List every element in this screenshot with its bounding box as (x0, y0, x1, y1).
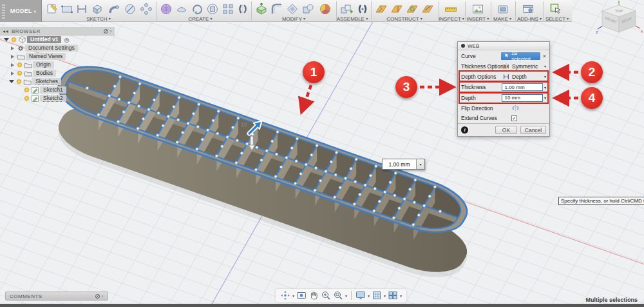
sketch-pattern-icon[interactable] (139, 2, 153, 16)
look-at-icon[interactable] (296, 290, 307, 301)
group-label-insert[interactable]: INSERT ▾ (467, 16, 489, 22)
form-icon[interactable] (159, 2, 173, 16)
collapse-icon[interactable]: ◂◂ (3, 28, 8, 34)
mirror-icon[interactable] (236, 2, 250, 16)
comments-filter-icon[interactable] (95, 294, 100, 299)
browser-item-sketch1[interactable]: Sketch1 (0, 86, 115, 94)
plane-offset-icon[interactable] (374, 2, 388, 16)
chevron-down-icon[interactable]: ▾ (292, 293, 294, 298)
thickness-input[interactable]: 1.00 mm (502, 83, 543, 91)
browser-item-bodies[interactable]: Bodies (0, 69, 115, 77)
circle-icon[interactable] (123, 2, 137, 16)
sweep-icon[interactable] (107, 2, 121, 16)
group-label-create[interactable]: CREATE ▾ (188, 16, 212, 22)
measure-icon[interactable] (444, 2, 458, 16)
pattern-icon[interactable] (221, 2, 235, 16)
rectangle-icon[interactable] (60, 2, 74, 16)
clear-selection-icon[interactable]: × (543, 53, 546, 59)
item-label[interactable]: Named Views (26, 53, 66, 60)
collapsed-triangle-icon[interactable] (11, 72, 14, 75)
ok-button[interactable]: OK (495, 126, 517, 134)
create-sketch-icon[interactable] (45, 2, 59, 16)
select-icon[interactable] (549, 2, 563, 16)
make-icon[interactable] (496, 2, 510, 16)
web-dialog-header[interactable]: WEB (458, 42, 549, 50)
activate-radio-icon[interactable]: ◎ (64, 37, 69, 43)
chevron-right-icon[interactable]: › (102, 293, 104, 299)
project-icon[interactable] (90, 2, 104, 16)
appearance-icon[interactable] (318, 2, 332, 16)
visibility-bulb-icon[interactable] (17, 79, 21, 84)
collapsed-triangle-icon[interactable] (11, 46, 14, 50)
browser-item-named-views[interactable]: Named Views (0, 52, 115, 61)
toolbar-grip[interactable] (2, 3, 5, 19)
shell-icon[interactable] (285, 2, 299, 16)
extend-curves-checkbox[interactable]: ✓ (511, 115, 517, 121)
filter-icon[interactable] (104, 29, 108, 34)
chevron-down-icon[interactable]: ▾ (544, 64, 546, 68)
combine-icon[interactable] (301, 2, 315, 16)
press-pull-icon[interactable] (254, 2, 269, 16)
window-zoom-icon[interactable] (333, 290, 343, 301)
circular-pattern-icon[interactable] (205, 2, 220, 16)
orbit-icon[interactable] (280, 290, 290, 301)
depth-input[interactable]: 10 mm (502, 94, 543, 102)
new-component-icon[interactable] (339, 2, 354, 16)
group-label-assemble[interactable]: ASSEMBLE ▾ (337, 16, 368, 22)
group-label-construct[interactable]: CONSTRUCT ▾ (386, 16, 422, 22)
cancel-button[interactable]: Cancel (520, 126, 546, 134)
thickness-spinner-icon[interactable]: ▾ (544, 85, 546, 90)
group-label-make[interactable]: MAKE ▾ (493, 16, 511, 22)
expanded-triangle-icon[interactable] (9, 80, 14, 83)
browser-item-document[interactable]: Untitled v1 ◎ (0, 35, 115, 44)
dimension-value-input[interactable]: 1.00 mm (383, 159, 416, 169)
pan-icon[interactable] (308, 290, 319, 301)
thickness-options-dropdown[interactable]: Symmetric (502, 63, 538, 70)
visibility-bulb-icon[interactable] (12, 37, 16, 42)
visibility-bulb-icon[interactable] (17, 71, 22, 75)
item-label[interactable]: Sketch1 (40, 86, 66, 94)
expanded-triangle-icon[interactable] (4, 38, 9, 41)
group-label-inspect[interactable]: INSPECT ▾ (439, 16, 464, 22)
dimension-dropdown-icon[interactable]: ▾ (416, 159, 424, 169)
plane-tangent-icon[interactable] (405, 2, 419, 16)
browser-item-sketches[interactable]: Sketches (0, 77, 115, 86)
workspace-switcher[interactable]: MODEL▾ (0, 0, 42, 22)
group-label-modify[interactable]: MODIFY ▾ (282, 16, 305, 22)
item-label[interactable]: Document Settings (25, 45, 78, 52)
plane-midplane-icon[interactable] (421, 2, 435, 16)
browser-item-origin[interactable]: Origin (0, 61, 115, 69)
document-name[interactable]: Untitled v1 (27, 36, 61, 43)
browser-item-document-settings[interactable]: Document Settings (0, 44, 115, 52)
depth-spinner-icon[interactable]: ▾ (544, 95, 546, 100)
comments-panel[interactable]: COMMENTS › (5, 292, 108, 301)
item-label[interactable]: Bodies (33, 70, 56, 77)
addins-icon[interactable] (521, 2, 535, 16)
item-label[interactable]: Sketch2 (40, 95, 66, 102)
fillet-icon[interactable] (270, 2, 284, 16)
item-label[interactable]: Origin (33, 61, 54, 68)
revolve-icon[interactable] (190, 2, 204, 16)
joint-icon[interactable] (355, 2, 370, 16)
group-label-sketch[interactable]: SKETCH ▾ (86, 16, 111, 22)
chevron-down-icon[interactable]: ▾ (400, 293, 402, 298)
viewports-icon[interactable] (388, 290, 398, 301)
group-label-select[interactable]: SELECT ▾ (545, 16, 569, 22)
collapsed-triangle-icon[interactable] (11, 63, 14, 67)
chevron-down-icon[interactable]: ▾ (345, 293, 347, 298)
collapsed-triangle-icon[interactable] (11, 55, 14, 59)
group-label-add-ins[interactable]: ADD-INS ▾ (517, 16, 542, 22)
view-cube[interactable]: TOP FRONT RIGHT X Z (595, 0, 643, 37)
visibility-bulb-icon[interactable] (24, 88, 29, 92)
flip-direction-icon[interactable] (511, 104, 520, 112)
browser-item-sketch2[interactable]: Sketch2 (0, 94, 115, 103)
zoom-icon[interactable] (321, 290, 331, 301)
chevron-down-icon[interactable]: ▾ (368, 293, 370, 298)
item-label[interactable]: Sketches (32, 78, 61, 85)
line-icon[interactable] (75, 2, 89, 16)
curve-selection-button[interactable]: 18 selected (501, 52, 540, 60)
browser-header[interactable]: ◂◂ BROWSER › (0, 27, 115, 35)
info-icon[interactable]: i (461, 126, 468, 134)
grid-display-icon[interactable] (372, 290, 382, 301)
plane-angle-icon[interactable] (390, 2, 404, 16)
